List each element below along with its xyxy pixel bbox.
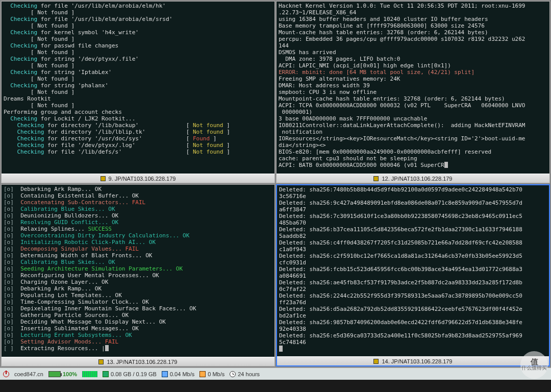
net-up-widget[interactable]: 0 Mb/s [199, 371, 224, 377]
pane-title-3[interactable]: 13. JP/NAT103.106.228.179 [2, 357, 274, 366]
pane-title-text: 13. JP/NAT103.106.228.179 [107, 359, 177, 365]
pane-title-text: 14. JP/NAT103.106.228.179 [382, 358, 452, 364]
pane-title-text: 12. JP/NAT103.106.228.179 [382, 176, 452, 182]
uptime-text: 24 hours [238, 371, 260, 377]
download-icon [162, 371, 168, 377]
power-icon[interactable] [3, 371, 9, 377]
ram-text: 0.08 GB / 0.19 GB [111, 371, 157, 377]
terminal-output-4: Deleted: sha256:7480b5b88b44d5d9f4bb9210… [277, 185, 549, 356]
pane-title-2[interactable]: 12. JP/NAT103.106.228.179 [277, 174, 549, 183]
net-down-text: 0.04 Mb/s [170, 371, 194, 377]
cpu-graph-icon [82, 371, 97, 377]
pane-title-1[interactable]: 9. JP/NAT103.106.228.179 [2, 174, 274, 183]
terminal-output-3: [o] Debarking Ark Ramp... OK[o] Containi… [2, 185, 274, 357]
net-down-widget[interactable]: 0.04 Mb/s [162, 371, 194, 377]
uptime-widget[interactable]: 24 hours [230, 371, 260, 377]
terminal-pane-2[interactable]: Hacknet Kernel Version 1.0.0: Tue Oct 11… [276, 1, 550, 183]
ram-icon [103, 371, 109, 377]
net-up-text: 0 Mb/s [208, 371, 224, 377]
terminal-icon [373, 359, 379, 364]
battery-pct: 100% [63, 371, 77, 377]
battery-icon [48, 371, 61, 377]
terminal-pane-4[interactable]: Deleted: sha256:7480b5b88b44d5d9f4bb9210… [276, 184, 550, 366]
clock-icon [230, 371, 236, 377]
upload-icon [199, 371, 206, 377]
terminal-output-1: Checking for file '/usr/lib/elm/arobia/e… [2, 2, 274, 174]
battery-widget[interactable]: 100% [48, 371, 77, 377]
hostname: coed847.cn [14, 371, 43, 377]
terminal-icon [373, 176, 379, 181]
terminal-pane-1[interactable]: Checking for file '/usr/lib/elm/arobia/e… [1, 1, 275, 183]
terminal-pane-3[interactable]: [o] Debarking Ark Ramp... OK[o] Containi… [1, 184, 275, 366]
terminal-icon [101, 176, 106, 181]
pane-title-4[interactable]: 14. JP/NAT103.106.228.179 [277, 356, 549, 365]
pane-title-text: 9. JP/NAT103.106.228.179 [109, 176, 176, 182]
ram-widget[interactable]: 0.08 GB / 0.19 GB [103, 371, 157, 377]
terminal-icon [98, 359, 104, 364]
taskbar[interactable]: coed847.cn 100% 0.08 GB / 0.19 GB 0.04 M… [0, 368, 551, 380]
terminal-output-2: Hacknet Kernel Version 1.0.0: Tue Oct 11… [277, 2, 549, 174]
